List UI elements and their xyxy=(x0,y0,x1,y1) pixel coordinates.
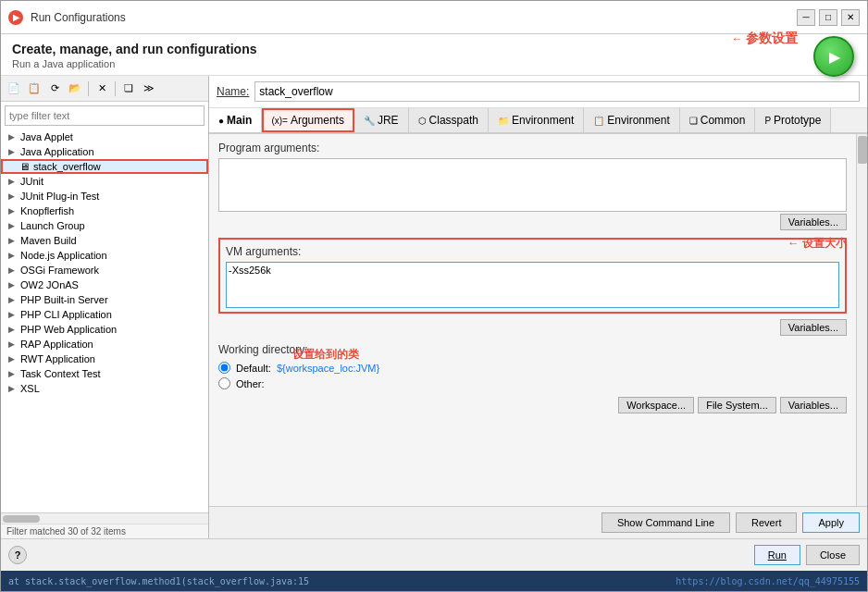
jre-icon: 🔧 xyxy=(364,116,375,126)
dialog-footer: ? Run Close xyxy=(1,538,867,571)
prototype-icon: P xyxy=(764,116,771,126)
scroll-thumb xyxy=(3,515,40,523)
name-row: Name: xyxy=(209,76,867,108)
main-icon: ● xyxy=(218,116,224,126)
vertical-scrollbar[interactable] xyxy=(856,134,867,506)
toolbar-sep-2 xyxy=(115,81,116,96)
bottom-bar: Show Command Line Revert Apply xyxy=(209,506,867,538)
vm-variables-button[interactable]: Variables... xyxy=(780,319,847,336)
tab-source[interactable]: 📁 Environment xyxy=(489,108,584,132)
tab-jre-label: JRE xyxy=(378,114,399,127)
revert-button[interactable]: Revert xyxy=(736,512,797,533)
run-footer-button[interactable]: Run xyxy=(754,545,800,565)
run-button-green[interactable] xyxy=(813,36,854,77)
maximize-button[interactable]: □ xyxy=(819,9,837,26)
tree-item-junit-plugin[interactable]: ▶ JUnit Plug-in Test xyxy=(1,189,208,204)
classpath-icon: ⬡ xyxy=(418,116,427,126)
filesystem-button[interactable]: File System... xyxy=(698,397,776,413)
main-layout: 📄 📋 ⟳ 📂 ✕ ❏ ≫ ▶ Java Applet ▶ xyxy=(1,76,867,538)
program-args-textarea[interactable] xyxy=(218,158,847,212)
tree-item-php-cli[interactable]: ▶ PHP CLI Application xyxy=(1,307,208,322)
content-inner: Program arguments: Variables... VM argum… xyxy=(209,134,856,506)
tab-classpath[interactable]: ⬡ Classpath xyxy=(409,108,489,132)
tab-arguments[interactable]: (x)= Arguments xyxy=(262,108,354,132)
env-icon: 📋 xyxy=(593,116,604,126)
other-radio[interactable] xyxy=(218,377,230,389)
tree-item-php-web[interactable]: ▶ PHP Web Application xyxy=(1,322,208,337)
other-radio-row: Other: xyxy=(218,377,847,389)
default-radio[interactable] xyxy=(218,362,230,374)
name-label: Name: xyxy=(217,85,249,98)
tree-item-task-context[interactable]: ▶ Task Context Test xyxy=(1,366,208,381)
tab-source-label: Environment xyxy=(512,114,574,127)
tree-item-rwt[interactable]: ▶ RWT Application xyxy=(1,352,208,366)
help-button[interactable]: ? xyxy=(8,546,27,564)
dir-buttons: Workspace... File System... Variables... xyxy=(218,397,847,413)
more-button[interactable]: ≫ xyxy=(140,80,158,98)
tree-item-java-application[interactable]: ▶ Java Application xyxy=(1,144,208,159)
left-panel: 📄 📋 ⟳ 📂 ✕ ❏ ≫ ▶ Java Applet ▶ xyxy=(1,76,209,538)
collapse-button[interactable]: ✕ xyxy=(93,80,111,98)
default-radio-row: Default: ${workspace_loc:JVM} xyxy=(218,362,847,374)
window-controls: ─ □ ✕ xyxy=(797,9,860,26)
tree-item-knopflerfish[interactable]: ▶ Knopflerfish xyxy=(1,204,208,218)
header: Create, manage, and run configurations R… xyxy=(1,34,867,76)
duplicate-button[interactable]: 📋 xyxy=(25,80,43,98)
name-input[interactable] xyxy=(254,81,860,102)
tree-item-xsl[interactable]: ▶ XSL xyxy=(1,381,208,396)
window-title: Run Configurations xyxy=(31,11,797,24)
close-button-footer[interactable]: Close xyxy=(806,545,860,565)
tree-area: ▶ Java Applet ▶ Java Application 🖥 stack… xyxy=(1,130,208,512)
tree-item-osgi[interactable]: ▶ OSGi Framework xyxy=(1,263,208,278)
tab-main[interactable]: ● Main xyxy=(209,108,262,134)
program-variables-button[interactable]: Variables... xyxy=(780,214,847,230)
tab-main-label: Main xyxy=(227,114,252,127)
filter-status: Filter matched 30 of 32 items xyxy=(1,524,208,538)
tree-item-stack-overflow[interactable]: 🖥 stack_overflow xyxy=(1,159,208,174)
content-with-scroll: Program arguments: Variables... VM argum… xyxy=(209,134,867,506)
status-bar-text: at stack.stack_overflow.method1(stack_ov… xyxy=(8,576,309,586)
minimize-button[interactable]: ─ xyxy=(797,9,815,26)
filter-input[interactable] xyxy=(5,105,205,126)
tree-item-java-applet[interactable]: ▶ Java Applet xyxy=(1,130,208,144)
tree-item-maven-build[interactable]: ▶ Maven Build xyxy=(1,233,208,248)
source-icon: 📁 xyxy=(498,116,509,126)
show-command-line-button[interactable]: Show Command Line xyxy=(601,512,730,533)
delete-button[interactable]: ⟳ xyxy=(45,80,64,98)
app-icon: ▶ xyxy=(8,10,23,25)
vm-args-label: VM arguments: xyxy=(226,245,839,258)
tab-jre[interactable]: 🔧 JRE xyxy=(354,108,409,132)
tree-item-php-builtin[interactable]: ▶ PHP Built-in Server xyxy=(1,292,208,307)
tree-item-nodejs[interactable]: ▶ Node.js Application xyxy=(1,248,208,263)
horizontal-scrollbar[interactable] xyxy=(1,512,208,524)
tree-item-rap[interactable]: ▶ RAP Application xyxy=(1,337,208,352)
tree-item-launch-group[interactable]: ▶ Launch Group xyxy=(1,218,208,233)
tree-item-junit[interactable]: ▶ JUnit xyxy=(1,174,208,189)
working-dir-section: Working directory: Default: ${workspace_… xyxy=(218,343,847,413)
tab-environment[interactable]: 📋 Environment xyxy=(584,108,679,132)
right-panel: Name: ● Main (x)= Arguments 🔧 JRE ⬡ xyxy=(209,76,867,538)
tab-common[interactable]: ❏ Common xyxy=(680,108,756,132)
run-configurations-dialog: ▶ Run Configurations ─ □ ✕ Create, manag… xyxy=(0,0,868,592)
program-args-label: Program arguments: xyxy=(218,142,847,154)
vm-vars-btn-row: Variables... xyxy=(218,319,847,336)
workspace-button[interactable]: Workspace... xyxy=(618,397,694,413)
vm-args-textarea[interactable]: -Xss256k xyxy=(226,262,839,308)
tab-prototype[interactable]: P Prototype xyxy=(755,108,831,132)
workspace-path: ${workspace_loc:JVM} xyxy=(277,363,379,374)
status-bar-url: https://blog.csdn.net/qq_44975155 xyxy=(676,576,860,586)
args-icon: (x)= xyxy=(271,116,288,126)
tab-prototype-label: Prototype xyxy=(774,114,821,127)
new-config-button[interactable]: 📄 xyxy=(5,80,23,98)
apply-button[interactable]: Apply xyxy=(802,512,860,533)
close-button[interactable]: ✕ xyxy=(841,9,860,26)
export-button[interactable]: 📂 xyxy=(66,80,84,98)
dialog-title: Create, manage, and run configurations xyxy=(12,42,856,56)
tab-environment-label: Environment xyxy=(607,114,669,127)
tree-item-ow2jonas[interactable]: ▶ OW2 JOnAS xyxy=(1,278,208,292)
left-toolbar: 📄 📋 ⟳ 📂 ✕ ❏ ≫ xyxy=(1,76,208,102)
variables-button[interactable]: Variables... xyxy=(780,397,847,413)
tab-classpath-label: Classpath xyxy=(429,114,478,127)
tab-common-label: Common xyxy=(701,114,746,127)
filter-button[interactable]: ❏ xyxy=(119,80,138,98)
